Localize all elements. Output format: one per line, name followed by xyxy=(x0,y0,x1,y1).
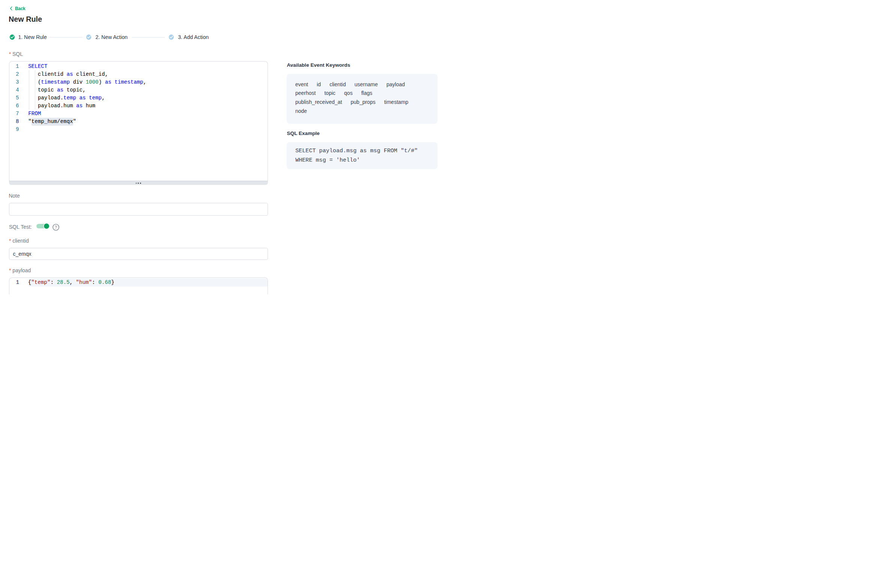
svg-text:?: ? xyxy=(55,225,57,230)
